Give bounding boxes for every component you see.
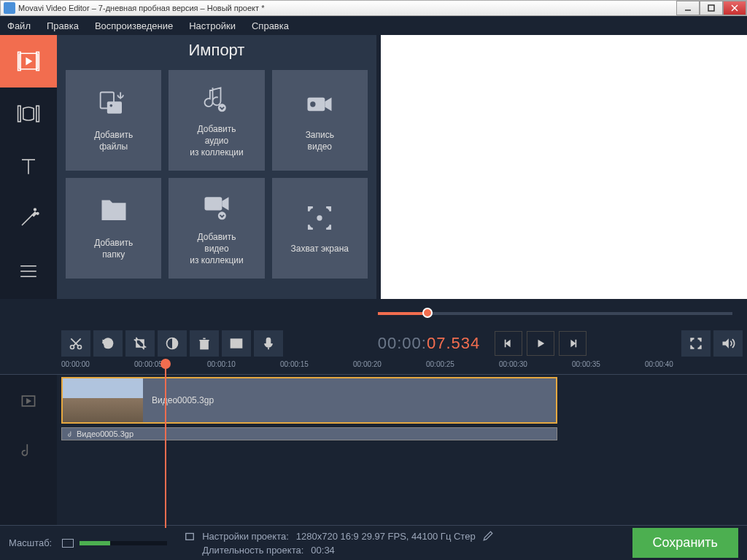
svg-rect-8 [18,106,21,122]
save-button[interactable]: Сохранить [632,528,738,558]
timecode: 00:00:07.534 [378,334,480,354]
window-title: Movavi Video Editor – 7-дневная пробная … [18,4,676,12]
track-header-audio[interactable] [0,427,57,471]
svg-marker-7 [26,58,32,66]
sidebar-effects[interactable] [0,192,57,245]
svg-marker-26 [222,197,228,210]
duration-label: Длительность проекта: [202,545,303,556]
timecode-prefix: 00:00: [378,334,427,352]
app-icon [4,2,15,14]
menu-playback[interactable]: Воспроизведение [95,20,173,31]
svg-rect-1 [708,5,714,11]
settings-icon [185,531,195,541]
svg-marker-42 [506,340,511,348]
menu-edit[interactable]: Правка [47,20,79,31]
tile-add-video[interactable]: Добавитьвидеоиз коллекции [169,178,264,279]
tile-record-video[interactable]: Записьвидео [272,70,368,171]
playhead[interactable] [165,359,166,528]
tool-rotate[interactable] [93,330,123,357]
sidebar-import[interactable] [0,35,57,88]
svg-rect-43 [505,340,506,348]
timeline-ruler[interactable]: 00:00:00 00:00:05 00:00:10 00:00:15 00:0… [0,359,747,375]
sidebar-filters[interactable] [0,88,57,140]
tool-delete[interactable] [190,330,219,357]
project-settings-label: Настройки проекта: [202,531,289,542]
video-track[interactable]: Видео0005.3gp [57,375,747,427]
tile-label: Добавитьвидеоиз коллекции [190,231,244,267]
preview-area [376,35,747,299]
svg-rect-34 [201,341,208,349]
svg-point-27 [218,211,226,219]
seek-track[interactable] [378,312,732,315]
tool-image[interactable] [222,330,251,357]
sidebar-more[interactable] [0,245,57,298]
transport-row: 00:00:07.534 [0,328,747,359]
audio-clip-filename: Видео0005.3gp [77,429,133,438]
minimize-button[interactable] [676,1,700,15]
svg-rect-19 [107,101,121,114]
tool-mic[interactable] [254,330,283,357]
project-settings-value: 1280x720 16:9 29.97 FPS, 44100 Гц Стер [296,531,476,542]
sidebar [0,35,57,299]
timecode-current: 07.534 [427,334,480,352]
svg-marker-23 [325,98,332,111]
ruler-mark: 00:00:05 [134,360,163,368]
tile-capture-screen[interactable]: Захват экрана [272,178,368,279]
fullscreen-button[interactable] [681,330,711,357]
audio-track[interactable]: Видео0005.3gp [57,427,747,442]
svg-marker-47 [723,338,729,348]
preview-canvas [381,35,747,299]
next-frame-button[interactable] [559,331,587,356]
ruler-mark: 00:00:10 [207,360,236,368]
maximize-button[interactable] [700,1,723,15]
audio-clip[interactable]: Видео0005.3gp [61,427,557,440]
zoom-label: Масштаб: [9,537,52,548]
svg-rect-9 [36,106,39,122]
tool-cut[interactable] [61,330,90,357]
menu-file[interactable]: Файл [7,20,31,31]
tile-add-audio[interactable]: Добавитьаудиоиз коллекции [169,70,264,171]
close-button[interactable] [723,1,746,15]
zoom-out-icon[interactable] [62,539,74,548]
prev-frame-button[interactable] [495,331,522,356]
svg-marker-49 [26,399,31,404]
svg-line-12 [22,215,32,225]
menubar: Файл Правка Воспроизведение Настройки Сп… [0,16,747,35]
statusbar: Масштаб: Настройки проекта: 1280x720 16:… [0,525,747,560]
ruler-mark: 00:00:30 [499,360,527,368]
video-clip[interactable]: Видео0005.3gp [61,377,557,424]
svg-point-28 [317,215,322,220]
tile-label: Записьвидео [306,129,334,152]
svg-point-24 [310,101,315,106]
tile-add-files[interactable]: Добавитьфайлы [66,70,161,171]
edit-icon[interactable] [483,531,493,541]
svg-rect-22 [308,98,325,111]
zoom-slider[interactable] [80,541,167,545]
clip-thumbnail [63,378,143,422]
tile-add-folder[interactable]: Добавитьпапку [66,178,161,279]
svg-point-13 [34,209,36,211]
clip-filename: Видео0005.3gp [152,395,214,405]
sidebar-titles[interactable] [0,140,57,192]
volume-button[interactable] [713,330,743,357]
track-header-video[interactable] [0,375,57,427]
svg-marker-45 [571,340,576,348]
ruler-mark: 00:00:35 [572,360,600,368]
duration-value: 00:34 [311,545,335,556]
svg-rect-50 [186,534,194,540]
menu-settings[interactable]: Настройки [189,20,236,31]
svg-rect-25 [204,197,222,210]
menu-help[interactable]: Справка [252,20,289,31]
timeline: Видео0005.3gp Видео0005.3gp [0,375,747,528]
svg-point-14 [36,212,39,214]
svg-point-21 [218,104,226,112]
tile-label: Добавитьпапку [94,237,133,260]
seek-handle[interactable] [422,308,433,318]
seek-bar-row [0,299,747,328]
ruler-mark: 00:00:40 [645,360,673,368]
tile-label: Захват экрана [291,243,349,254]
tool-color[interactable] [158,330,187,357]
svg-marker-44 [538,340,545,348]
tool-crop[interactable] [125,330,155,357]
play-button[interactable] [527,331,554,356]
